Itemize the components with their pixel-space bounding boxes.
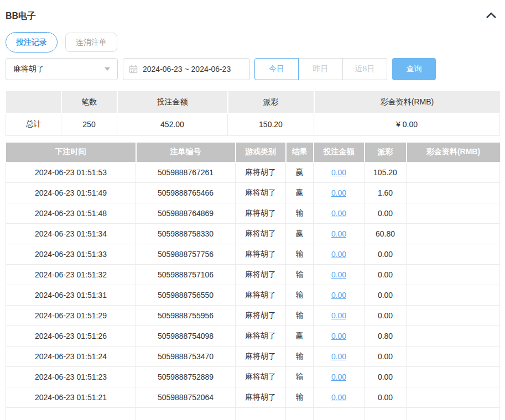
bet-amount-link[interactable]: 0.00 [331,332,346,340]
bet-amount-cell: 0.00 [314,265,365,285]
result-cell: 赢 [286,183,314,203]
table-row: 2024-06-23 01:51:33 5059888757756 麻将胡了 输… [6,244,500,265]
collapse-panel-button[interactable] [484,9,498,23]
payout-cell: 105.20 [365,162,407,183]
game-type-cell: 麻将胡了 [236,367,286,387]
bet-amount-link[interactable]: 0.00 [331,209,346,218]
calendar-icon [129,65,138,74]
bet-time-cell: 2024-06-23 01:51:24 [6,347,136,367]
tab-bet-records[interactable]: 投注记录 [6,32,58,53]
bonus-cell [407,203,500,224]
game-select-value: 麻将胡了 [13,64,44,74]
summary-total-payout: 150.20 [228,113,314,135]
payout-cell: 0.00 [365,285,407,306]
bonus-cell [407,347,500,367]
bet-amount-link[interactable]: 0.00 [331,229,346,238]
date-range-input[interactable]: 2024-06-23 ~ 2024-06-23 [123,58,250,80]
bet-amount-cell: 0.00 [314,244,365,265]
summary-header-empty [6,91,61,113]
bet-time-cell: 2024-06-23 01:51:53 [6,162,136,183]
records-header-payout: 派彩 [365,143,407,162]
bet-amount-link[interactable]: 0.00 [331,168,346,177]
order-id-cell: 5059888753470 [136,347,236,367]
date-range-value: 2024-06-23 ~ 2024-06-23 [143,65,231,74]
bonus-cell [407,244,500,265]
bet-time-cell: 2024-06-23 01:51:29 [6,306,136,326]
game-type-cell: 麻将胡了 [236,203,286,224]
payout-cell: 0.00 [365,387,407,408]
bonus-cell [407,387,500,408]
table-row: 2024-06-23 01:51:32 5059888757106 麻将胡了 输… [6,265,500,285]
bet-amount-link[interactable]: 0.00 [331,393,346,402]
bet-time-cell: 2024-06-23 01:51:32 [6,265,136,285]
bonus-cell [407,306,500,326]
bet-time-cell: 2024-06-23 01:51:33 [6,244,136,265]
records-header-bet-amount: 投注金额 [314,143,365,162]
table-row: 2024-06-23 01:51:23 5059888752889 麻将胡了 输… [6,367,500,387]
search-button[interactable]: 查询 [392,58,436,80]
bet-time-cell: 2024-06-23 01:51:31 [6,285,136,306]
result-cell: 输 [286,367,314,387]
result-cell: 输 [286,203,314,224]
summary-total-row: 总计 250 452.00 150.20 ¥ 0.00 [6,113,500,135]
bet-amount-link[interactable]: 0.00 [331,270,346,279]
records-table: 下注时间 注单编号 游戏类别 结果 投注金额 派彩 彩金资料(RMB) 2024… [6,143,500,420]
page-title: BB电子 [6,11,36,22]
payout-cell: 0.00 [365,203,407,224]
game-select[interactable]: 麻将胡了 [6,58,118,80]
game-type-cell: 麻将胡了 [236,387,286,408]
records-header-result: 结果 [286,143,314,162]
game-type-cell: 麻将胡了 [236,183,286,203]
payout-cell: 0.00 [365,347,407,367]
game-type-cell: 麻将胡了 [236,244,286,265]
quick-range-last8days-button[interactable]: 近8日 [343,58,387,80]
order-id-cell: 5059888767261 [136,162,236,183]
bet-amount-cell: 0.00 [314,347,365,367]
game-type-cell: 麻将胡了 [236,306,286,326]
table-row [6,408,500,420]
bet-amount-cell: 0.00 [314,387,365,408]
records-header-bonus: 彩金资料(RMB) [407,143,500,162]
result-cell: 赢 [286,326,314,347]
records-header-order-id: 注单编号 [136,143,236,162]
bet-amount-cell: 0.00 [314,326,365,347]
quick-range-yesterday-button[interactable]: 昨日 [299,58,343,80]
bet-time-cell [6,408,136,420]
table-row: 2024-06-23 01:51:49 5059888765466 麻将胡了 赢… [6,183,500,203]
result-cell: 输 [286,347,314,367]
order-id-cell: 5059888752889 [136,367,236,387]
order-id-cell: 5059888765466 [136,183,236,203]
bet-amount-link[interactable]: 0.00 [331,188,346,197]
summary-header-payout: 派彩 [228,91,314,113]
result-cell: 输 [286,306,314,326]
order-id-cell: 5059888754098 [136,326,236,347]
bet-amount-cell: 0.00 [314,285,365,306]
summary-header-bonus: 彩金资料(RMB) [314,91,500,113]
bet-amount-link[interactable]: 0.00 [331,291,346,300]
bonus-cell [407,183,500,203]
bet-amount-cell [314,408,365,420]
table-row: 2024-06-23 01:51:29 5059888755956 麻将胡了 输… [6,306,500,326]
records-header-bet-time: 下注时间 [6,143,136,162]
chevron-up-icon [486,12,497,21]
payout-cell: 0.80 [365,326,407,347]
bet-amount-link[interactable]: 0.00 [331,352,346,361]
game-type-cell: 麻将胡了 [236,285,286,306]
bet-amount-link[interactable]: 0.00 [331,311,346,320]
bet-amount-link[interactable]: 0.00 [331,372,346,381]
summary-table: 笔数 投注金额 派彩 彩金资料(RMB) 总计 250 452.00 150.2… [6,91,500,136]
bet-amount-cell: 0.00 [314,203,365,224]
game-type-cell [236,408,286,420]
order-id-cell: 5059888755956 [136,306,236,326]
quick-range-today-button[interactable]: 今日 [254,58,299,80]
quick-range-group: 今日 昨日 近8日 [254,58,387,80]
order-id-cell: 5059888752064 [136,387,236,408]
tab-cancelled-orders[interactable]: 连消注单 [65,33,117,52]
summary-header-count: 笔数 [61,91,117,113]
records-body: 2024-06-23 01:51:53 5059888767261 麻将胡了 赢… [6,162,500,420]
summary-header-bet-amount: 投注金额 [117,91,228,113]
bet-amount-link[interactable]: 0.00 [331,250,346,259]
bonus-cell [407,367,500,387]
summary-total-bet-amount: 452.00 [117,113,228,135]
order-id-cell: 5059888756550 [136,285,236,306]
